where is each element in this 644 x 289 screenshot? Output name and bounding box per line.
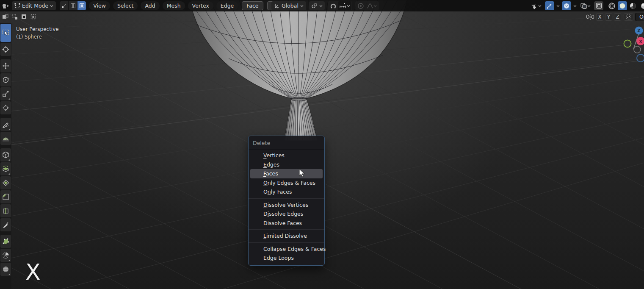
menu-select[interactable]: Select xyxy=(113,1,138,10)
snap-target-dropdown[interactable] xyxy=(338,1,351,10)
gizmo-y-axis[interactable] xyxy=(624,40,631,47)
subtool-indicator xyxy=(8,273,10,275)
menu-add[interactable]: Add xyxy=(141,1,159,10)
menu-item-dissolve-edges[interactable]: Dissolve Edges xyxy=(250,209,323,219)
overlays-sphere-icon xyxy=(563,3,570,9)
edge-select-mode-button[interactable] xyxy=(69,1,77,10)
face-select-mode-button[interactable] xyxy=(77,1,86,10)
chevron-down-icon xyxy=(50,4,53,8)
select-extend-mode-icon[interactable] xyxy=(11,13,19,21)
options-panel-button[interactable]: Options xyxy=(635,13,644,21)
proportional-edit-controls xyxy=(355,1,379,10)
material-preview-button[interactable] xyxy=(628,1,638,10)
show-overlays-toggle[interactable] xyxy=(562,1,571,10)
menu-item-limited-dissolve[interactable]: Limited Dissolve xyxy=(250,231,323,241)
gizmo-x-label: x xyxy=(639,39,642,44)
face-select-icon xyxy=(79,3,85,8)
toolbar xyxy=(0,23,11,289)
mirror-butterfly-icon[interactable] xyxy=(586,13,594,21)
menu-mesh[interactable]: Mesh xyxy=(163,1,185,10)
tool-spin[interactable] xyxy=(0,249,11,262)
measure-protractor-icon xyxy=(2,135,9,142)
snap-controls xyxy=(328,1,352,10)
menu-separator xyxy=(249,229,324,230)
spin-icon xyxy=(2,252,9,259)
transform-controls: Global xyxy=(271,1,379,10)
tool-rotate[interactable] xyxy=(0,73,11,86)
tool-select-box[interactable] xyxy=(0,24,11,42)
chevron-down-icon[interactable] xyxy=(573,4,577,8)
menu-vertex[interactable]: Vertex xyxy=(188,1,213,10)
menu-item-dissolve-vertices[interactable]: Dissolve Vertices xyxy=(250,200,323,210)
mirror-x-toggle[interactable]: X xyxy=(596,13,603,21)
menu-item-dissolve-faces[interactable]: Dissolve Faces xyxy=(250,219,323,228)
xray-squares-icon xyxy=(580,3,587,9)
tool-knife[interactable] xyxy=(0,218,11,231)
mirror-z-toggle[interactable]: Z xyxy=(614,13,621,21)
menu-item-only-edges-faces[interactable]: Only Edges & Faces xyxy=(250,178,323,188)
select-intersect-mode-icon[interactable] xyxy=(30,13,37,21)
snap-increment-icon xyxy=(339,3,347,9)
extrude-region-icon xyxy=(2,165,9,172)
tool-move[interactable] xyxy=(0,59,11,72)
menu-item-edge-loops[interactable]: Edge Loops xyxy=(250,253,323,263)
show-gizmo-toggle[interactable] xyxy=(545,1,554,10)
subtool-indicator xyxy=(8,259,10,261)
xray-box-icon xyxy=(596,3,602,9)
proportional-edit-toggle[interactable] xyxy=(356,1,365,10)
subtool-indicator xyxy=(8,128,10,130)
transform-orientation-dropdown[interactable]: Global xyxy=(271,1,306,10)
proportional-falloff-dropdown[interactable] xyxy=(365,1,378,10)
subtool-indicator xyxy=(8,98,10,100)
tool-loop-cut[interactable] xyxy=(0,204,11,217)
vertex-select-mode-button[interactable] xyxy=(60,1,68,10)
menu-item-collapse-edges-faces[interactable]: Collapse Edges & Faces xyxy=(250,245,323,254)
tool-annotate[interactable] xyxy=(0,118,11,131)
menu-item-faces[interactable]: Faces xyxy=(250,169,323,178)
menu-item-vertices[interactable]: Vertices xyxy=(250,151,323,160)
pivot-point-dropdown[interactable] xyxy=(309,1,325,10)
tool-scale[interactable] xyxy=(0,87,11,100)
pivot-point-icon xyxy=(311,3,318,9)
rendered-sphere-icon xyxy=(640,2,644,10)
menu-edge[interactable]: Edge xyxy=(216,1,238,10)
solid-shading-button[interactable] xyxy=(618,1,627,10)
tool-poly-build[interactable] xyxy=(0,235,11,248)
tool-measure[interactable] xyxy=(0,132,11,145)
menu-item-only-faces[interactable]: Only Faces xyxy=(250,187,323,197)
gizmo-z-label: Z xyxy=(637,28,640,33)
select-box-icon xyxy=(2,29,9,36)
editor-type-button[interactable] xyxy=(1,1,11,10)
tool-extrude-region[interactable] xyxy=(0,162,11,175)
menu-face[interactable]: Face xyxy=(242,1,263,10)
tool-smooth[interactable] xyxy=(0,263,11,276)
select-subtract-mode-icon[interactable] xyxy=(20,13,28,21)
editor-type-icon xyxy=(3,3,9,9)
snap-toggle-button[interactable] xyxy=(329,1,338,10)
mode-selector-dropdown[interactable]: Edit Mode xyxy=(12,1,56,10)
orientation-axes-icon xyxy=(274,3,280,9)
tool-bevel[interactable] xyxy=(0,190,11,203)
tool-add-cube[interactable] xyxy=(0,148,11,161)
annotate-pen-icon xyxy=(2,121,9,128)
wireframe-shading-button[interactable] xyxy=(607,1,617,10)
snap-base-button[interactable] xyxy=(624,13,633,21)
gizmo-minus-z-axis[interactable] xyxy=(637,54,644,62)
menu-separator xyxy=(249,198,324,199)
chevron-down-icon[interactable] xyxy=(556,4,560,8)
material-sphere-icon xyxy=(629,2,637,10)
wireframe-sphere-icon xyxy=(608,2,616,10)
tool-inset-faces[interactable] xyxy=(0,176,11,189)
menu-view[interactable]: View xyxy=(89,1,110,10)
tool-cursor[interactable] xyxy=(0,43,11,56)
blender-window: Z x Edit Mode xyxy=(0,0,644,289)
tool-transform[interactable] xyxy=(0,101,11,114)
menu-item-edges[interactable]: Edges xyxy=(250,160,323,170)
chevron-down-icon xyxy=(347,4,350,8)
xray-dropdown[interactable] xyxy=(579,1,592,10)
selectability-filter-dropdown[interactable] xyxy=(529,1,543,10)
rendered-shading-button[interactable] xyxy=(639,1,644,10)
select-set-mode-icon[interactable] xyxy=(2,13,9,21)
toggle-xray-button[interactable] xyxy=(594,1,603,10)
mirror-y-toggle[interactable]: Y xyxy=(605,13,612,21)
